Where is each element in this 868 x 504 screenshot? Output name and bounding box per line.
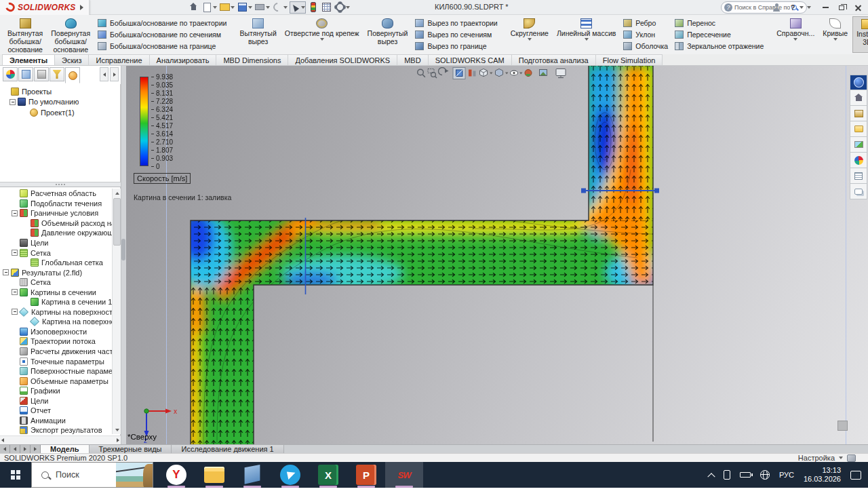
edit-appearance-icon[interactable] <box>525 70 532 77</box>
user-account-button[interactable] <box>770 1 783 14</box>
section-view-icon[interactable] <box>453 68 465 79</box>
expander-icon[interactable] <box>9 99 16 105</box>
command-manager-tab[interactable]: Исправление <box>88 54 149 65</box>
tree-item[interactable]: Сетка <box>0 277 112 288</box>
dropdown-arrow-icon[interactable] <box>248 6 252 9</box>
tree-item[interactable]: Цели <box>0 238 112 248</box>
tree-item[interactable]: Глобальная сетка <box>0 258 112 268</box>
customize-label[interactable]: Настройка <box>798 454 835 462</box>
tree-item[interactable]: Сетка <box>0 248 112 258</box>
task-pane-button[interactable] <box>850 90 867 106</box>
command-manager-tab[interactable]: Элементы <box>2 54 55 65</box>
revolved-boss-button[interactable]: Повернутая бобышка/основание <box>47 16 94 53</box>
restore-button[interactable] <box>835 1 848 14</box>
command-manager-tab[interactable]: MBD Dimensions <box>216 54 288 65</box>
command-manager-tab[interactable]: Анализировать <box>149 54 217 65</box>
expander-icon[interactable] <box>3 269 9 275</box>
reference-geometry-button[interactable]: Справочн... <box>773 16 818 53</box>
tree-item[interactable]: Точечные параметры <box>0 356 112 366</box>
expander-icon[interactable] <box>12 309 18 315</box>
quick-access-button[interactable] <box>254 1 271 14</box>
tree-item[interactable]: Картина на поверхно <box>0 317 112 327</box>
taskbar-search[interactable]: Поиск <box>31 462 153 488</box>
start-button[interactable] <box>0 462 31 488</box>
hole-wizard-button[interactable]: Отверстие под крепеж <box>281 16 363 53</box>
command-manager-tab[interactable]: Подготовка анализа <box>511 54 596 65</box>
expander-icon[interactable] <box>12 250 18 256</box>
annotation-views-icon[interactable] <box>469 70 476 77</box>
customize-dropdown-icon[interactable] <box>839 457 843 459</box>
apply-scene-icon[interactable] <box>540 70 547 76</box>
property-manager-tab[interactable] <box>18 67 33 81</box>
fillet-button[interactable]: Скругление <box>507 16 552 53</box>
scrollbar-thumb[interactable] <box>113 198 121 246</box>
extruded-cut-button[interactable]: Вытянутый вырез <box>236 16 279 53</box>
battery-icon[interactable] <box>740 472 751 478</box>
scroll-left-icon[interactable] <box>1 438 4 442</box>
intersect-button[interactable]: Пересечение <box>675 30 764 40</box>
task-pane-button[interactable] <box>850 153 867 168</box>
clock[interactable]: 13:13 16.03.2026 <box>804 466 841 484</box>
tree-item[interactable]: Граничные условия <box>0 208 112 218</box>
quick-access-button[interactable] <box>334 1 351 14</box>
tree-item[interactable]: Расчеты движения частиц <box>0 347 112 357</box>
scroll-right-icon[interactable] <box>117 438 119 442</box>
project-tree-item[interactable]: По умолчанию <box>0 97 121 108</box>
model-tab[interactable]: Модель <box>41 445 90 453</box>
tree-vertical-scrollbar[interactable] <box>112 189 121 434</box>
zoom-fit-icon[interactable] <box>418 69 425 77</box>
rib-button[interactable]: Ребро <box>623 18 668 28</box>
project-tree-item[interactable]: Проект(1) <box>0 107 121 118</box>
help-button[interactable]: ? <box>787 1 799 14</box>
panel-tab-scroll-left[interactable] <box>100 67 108 81</box>
dropdown-arrow-icon[interactable] <box>528 38 532 41</box>
quick-access-button[interactable] <box>272 1 288 14</box>
taskbar-app[interactable]: SW <box>385 462 423 488</box>
tab-scroll-first[interactable] <box>0 445 10 453</box>
tree-item[interactable]: Экспорт результатов <box>0 425 112 434</box>
tree-item[interactable]: Картины в сечении <box>0 287 112 297</box>
menu-expand-icon[interactable] <box>80 5 83 10</box>
flow-simulation-tree-tab[interactable] <box>65 67 80 83</box>
panel-splitter-grip[interactable] <box>121 239 125 260</box>
feature-manager-tab[interactable] <box>3 67 18 81</box>
lofted-boss-button[interactable]: Бобышка/основание по сечениям <box>98 30 226 40</box>
dropdown-arrow-icon[interactable] <box>283 6 288 9</box>
dropdown-arrow-icon[interactable] <box>301 6 305 9</box>
tree-item[interactable]: Поверхностные параметры <box>0 366 112 376</box>
hide-show-items-icon[interactable] <box>511 71 523 75</box>
tree-horizontal-scrollbar[interactable] <box>0 435 121 444</box>
configuration-manager-tab[interactable] <box>34 67 49 81</box>
tree-item[interactable]: Расчетная область <box>0 189 112 199</box>
tab-scroll-prev[interactable] <box>10 445 20 453</box>
tree-item[interactable]: Картина в сечении 1 <box>0 297 112 307</box>
draft-button[interactable]: Уклон <box>623 30 668 40</box>
dropdown-arrow-icon[interactable] <box>320 38 324 41</box>
boundary-boss-button[interactable]: Бобышка/основание на границе <box>98 41 226 52</box>
expander-icon[interactable] <box>12 289 18 295</box>
shell-button[interactable]: Оболочка <box>623 41 668 52</box>
taskbar-app[interactable]: X <box>309 462 347 488</box>
tree-item[interactable]: Отчет <box>0 406 112 416</box>
command-manager-tab[interactable]: MBD <box>397 54 428 65</box>
instant3d-button[interactable]: Instant 3D <box>852 16 868 53</box>
curves-button[interactable]: Кривые <box>819 16 851 53</box>
tree-item[interactable]: Картины на поверхности <box>0 307 112 317</box>
tree-item[interactable]: Траектории потока <box>0 336 112 347</box>
tree-item[interactable]: Объемный расход на <box>0 218 112 229</box>
view-settings-monitor-icon[interactable] <box>556 69 566 78</box>
dropdown-arrow-icon[interactable] <box>213 6 217 9</box>
tree-item[interactable]: Графики <box>0 386 112 396</box>
task-pane-button[interactable] <box>850 75 867 90</box>
model-tab[interactable]: Трехмерные виды <box>90 445 172 453</box>
tree-item[interactable]: Объемные параметры <box>0 376 112 386</box>
task-pane-button[interactable] <box>850 121 867 137</box>
tree-item[interactable]: Результаты (2.fld) <box>0 267 112 277</box>
move-button[interactable]: Перенос <box>675 18 764 28</box>
zoom-area-icon[interactable] <box>428 69 437 79</box>
tree-splitter[interactable] <box>0 182 121 187</box>
command-manager-tab[interactable]: Добавления SOLIDWORKS <box>288 54 397 65</box>
dropdown-arrow-icon[interactable] <box>793 38 797 41</box>
taskbar-app[interactable]: Y <box>157 462 195 488</box>
swept-boss-button[interactable]: Бобышка/основание по траектории <box>98 18 226 28</box>
